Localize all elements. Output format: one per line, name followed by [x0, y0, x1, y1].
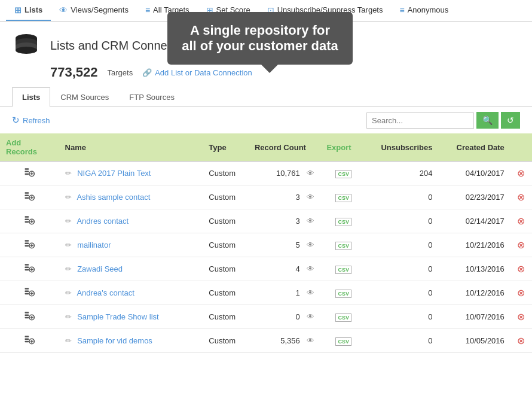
tab-ftp-sources-label: FTP Sources — [129, 93, 175, 102]
cell-add-records-2 — [0, 209, 59, 233]
list-name-7[interactable]: Sample for vid demos — [77, 336, 152, 345]
list-name-1[interactable]: Ashis sample contact — [77, 193, 150, 202]
cell-type-6: Custom — [203, 305, 249, 329]
edit-icon-3[interactable]: ✏ — [65, 241, 72, 249]
svg-rect-14 — [25, 195, 29, 197]
cell-unsubscribes-4: 0 — [366, 257, 438, 281]
delete-icon-2[interactable]: ⊗ — [517, 216, 525, 226]
cell-unsubscribes-3: 0 — [366, 233, 438, 257]
cell-created-date-6: 10/07/2016 — [438, 305, 510, 329]
list-name-0[interactable]: NIGA 2017 Plain Text — [77, 169, 151, 178]
add-records-icon-6[interactable] — [23, 310, 35, 322]
svg-rect-20 — [25, 219, 29, 221]
delete-icon-5[interactable]: ⊗ — [517, 288, 525, 298]
col-unsubscribes: Unsubscribes — [366, 133, 438, 162]
nav-anonymous-label: Anonymous — [408, 5, 449, 14]
list-name-4[interactable]: Zawadi Seed — [77, 264, 123, 273]
svg-rect-43 — [25, 312, 29, 313]
col-type: Type — [203, 133, 249, 162]
cell-name-0: ✏ NIGA 2017 Plain Text — [59, 162, 203, 185]
view-icon-5[interactable]: 👁 — [307, 288, 314, 297]
delete-icon-3[interactable]: ⊗ — [517, 240, 525, 250]
nav-item-lists[interactable]: ⊞ Lists — [6, 1, 51, 21]
tab-lists[interactable]: Lists — [12, 87, 50, 107]
tab-crm-sources-label: CRM Sources — [60, 93, 109, 102]
edit-icon-4[interactable]: ✏ — [65, 264, 72, 273]
add-records-icon-3[interactable] — [23, 238, 35, 250]
table-row: ✏ mailinator Custom 5 👁 CSV 0 10/21/2016… — [0, 233, 532, 257]
table-header-row: Add Records Name Type Record Count Expor… — [0, 133, 532, 162]
export-csv-icon-7[interactable]: CSV — [335, 337, 351, 346]
view-icon-7[interactable]: 👁 — [307, 336, 314, 345]
edit-icon-6[interactable]: ✏ — [65, 312, 72, 321]
tab-crm-sources[interactable]: CRM Sources — [50, 87, 119, 107]
svg-rect-45 — [25, 317, 29, 319]
cell-delete-7: ⊗ — [510, 329, 532, 353]
type-value-4: Custom — [209, 264, 236, 273]
search-input[interactable] — [366, 112, 474, 129]
export-csv-icon-5[interactable]: CSV — [335, 290, 351, 298]
tabs-bar: Lists CRM Sources FTP Sources — [0, 87, 532, 107]
add-records-icon-0[interactable] — [23, 166, 35, 178]
created-date-value-1: 02/23/2017 — [466, 193, 505, 202]
nav-item-anonymous[interactable]: ≡ Anonymous — [391, 1, 457, 21]
view-icon-2[interactable]: 👁 — [307, 217, 314, 226]
delete-icon-0[interactable]: ⊗ — [517, 168, 525, 178]
edit-icon-1[interactable]: ✏ — [65, 193, 72, 202]
add-list-link[interactable]: 🔗 Add List or Data Connection — [142, 68, 252, 77]
view-icon-6[interactable]: 👁 — [307, 312, 314, 321]
edit-icon-2[interactable]: ✏ — [65, 217, 72, 226]
edit-icon-5[interactable]: ✏ — [65, 288, 72, 297]
add-records-icon-4[interactable] — [23, 262, 35, 274]
cell-add-records-1 — [0, 185, 59, 209]
edit-icon-7[interactable]: ✏ — [65, 336, 72, 345]
tab-ftp-sources[interactable]: FTP Sources — [119, 87, 185, 107]
cell-type-2: Custom — [203, 209, 249, 233]
export-csv-icon-2[interactable]: CSV — [335, 218, 351, 226]
delete-icon-7[interactable]: ⊗ — [517, 336, 525, 346]
add-records-icon-5[interactable] — [23, 286, 35, 298]
add-records-icon-2[interactable] — [23, 214, 35, 226]
reset-button[interactable]: ↺ — [501, 112, 520, 129]
export-csv-icon-6[interactable]: CSV — [335, 313, 351, 322]
svg-rect-50 — [25, 339, 29, 340]
export-csv-icon-4[interactable]: CSV — [335, 266, 351, 274]
delete-icon-4[interactable]: ⊗ — [517, 264, 525, 274]
cell-created-date-7: 10/05/2016 — [438, 329, 510, 353]
refresh-icon: ↻ — [12, 115, 20, 126]
cell-created-date-4: 10/13/2016 — [438, 257, 510, 281]
view-icon-4[interactable]: 👁 — [307, 264, 314, 273]
cell-type-1: Custom — [203, 185, 249, 209]
refresh-button[interactable]: ↻ Refresh — [12, 115, 50, 126]
unsubscribes-value-3: 0 — [428, 241, 432, 249]
list-name-6[interactable]: Sample Trade Show list — [77, 312, 159, 321]
delete-icon-6[interactable]: ⊗ — [517, 312, 525, 322]
list-name-2[interactable]: Andres contact — [77, 217, 129, 226]
delete-icon-1[interactable]: ⊗ — [517, 192, 525, 202]
export-csv-icon-1[interactable]: CSV — [335, 194, 351, 202]
add-link-icon: 🔗 — [142, 68, 152, 77]
table-row: ✏ NIGA 2017 Plain Text Custom 10,761 👁 C… — [0, 162, 532, 185]
view-icon-0[interactable]: 👁 — [307, 169, 314, 178]
list-name-5[interactable]: Andrea's contact — [77, 288, 134, 297]
lists-table: Add Records Name Type Record Count Expor… — [0, 133, 532, 353]
search-button[interactable]: 🔍 — [476, 112, 499, 129]
cell-record-count-3: 5 👁 — [249, 233, 320, 257]
cell-created-date-2: 02/14/2017 — [438, 209, 510, 233]
created-date-value-7: 10/05/2016 — [466, 336, 505, 345]
views-icon: 👁 — [59, 5, 68, 15]
tooltip-bubble: A single repository for all of your cust… — [167, 12, 353, 65]
edit-icon-0[interactable]: ✏ — [65, 169, 72, 178]
type-value-3: Custom — [209, 241, 236, 249]
view-icon-1[interactable]: 👁 — [307, 193, 314, 202]
cell-type-0: Custom — [203, 162, 249, 185]
view-icon-3[interactable]: 👁 — [307, 241, 314, 249]
add-records-icon-7[interactable] — [23, 334, 35, 346]
list-name-3[interactable]: mailinator — [77, 241, 111, 249]
cell-name-4: ✏ Zawadi Seed — [59, 257, 203, 281]
nav-item-views-segments[interactable]: 👁 Views/Segments — [51, 1, 137, 21]
export-csv-icon-3[interactable]: CSV — [335, 242, 351, 250]
export-csv-icon-0[interactable]: CSV — [335, 170, 351, 178]
add-records-icon-1[interactable] — [23, 190, 35, 202]
table-row: ✏ Sample for vid demos Custom 5,356 👁 CS… — [0, 329, 532, 353]
